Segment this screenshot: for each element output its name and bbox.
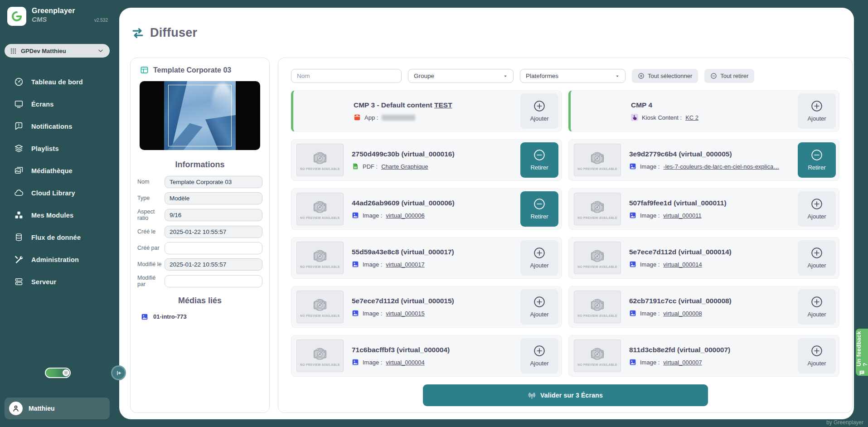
- item-meta-link[interactable]: Charte Graphique: [381, 163, 428, 170]
- field-input-type[interactable]: [165, 192, 262, 204]
- field-input-nom[interactable]: [165, 176, 262, 188]
- item-meta-link[interactable]: KC 2: [685, 114, 698, 121]
- item-title: CMP 4: [631, 101, 798, 109]
- greenplayer-logo-icon: [7, 7, 26, 26]
- ajouter-button[interactable]: Ajouter: [520, 240, 558, 276]
- item-meta-link[interactable]: virtual_000014: [663, 261, 702, 268]
- user-menu[interactable]: Matthieu: [5, 398, 110, 419]
- item-meta-link[interactable]: virtual_000007: [663, 359, 702, 366]
- retirer-button[interactable]: Retirer: [520, 142, 558, 178]
- content-item-row: CMP 3 - Default content TESTApp :Ajouter: [291, 90, 562, 132]
- item-meta: Image :virtual_000011: [629, 212, 798, 219]
- no-preview-label: NO PREVIEW AVAILABLE: [300, 363, 339, 366]
- content-panel: Groupe Plateformes Tout sélectionner Tou…: [278, 58, 853, 413]
- ajouter-button[interactable]: Ajouter: [798, 93, 836, 129]
- sidebar-item-tableau-de-bord[interactable]: Tableau de bord: [0, 71, 114, 93]
- item-meta-link[interactable]: virtual_000004: [386, 359, 424, 366]
- sidebar-item-notifications[interactable]: Notifications: [0, 115, 114, 137]
- select-all-button[interactable]: Tout sélectionner: [632, 69, 698, 83]
- group-select[interactable]: Groupe: [408, 69, 514, 83]
- chevron-down-icon: [502, 73, 509, 79]
- item-meta: App :: [354, 114, 520, 121]
- validate-label: Valider sur 3 Écrans: [540, 392, 603, 399]
- collapse-arrow-icon: [116, 370, 122, 376]
- name-filter-input[interactable]: [291, 69, 402, 83]
- no-preview-label: NO PREVIEW AVAILABLE: [300, 314, 339, 317]
- ajouter-button[interactable]: Ajouter: [520, 93, 558, 129]
- toggle-knob: [63, 369, 69, 376]
- no-preview-label: NO PREVIEW AVAILABLE: [577, 363, 617, 366]
- plus-circle-icon: [811, 247, 823, 259]
- collapse-sidebar-button[interactable]: [111, 365, 126, 380]
- sidebar-item-mediatheque[interactable]: Médiathèque: [0, 160, 114, 182]
- field-input-modifie-par[interactable]: [165, 275, 262, 287]
- retirer-button[interactable]: Retirer: [798, 142, 836, 178]
- item-body: 5e7ece7d112d (virtual_000014)Image :virt…: [629, 248, 798, 268]
- image-icon: [629, 261, 636, 268]
- field-input-aspect-ratio[interactable]: [165, 209, 262, 221]
- ajouter-button[interactable]: Ajouter: [798, 191, 836, 227]
- group-select-label: Groupe: [414, 73, 434, 79]
- field-label-cree-le: Créé le: [137, 228, 165, 235]
- camera-off-icon: [587, 345, 608, 363]
- dataflow-icon: [14, 233, 24, 242]
- ajouter-button[interactable]: Ajouter: [520, 338, 558, 374]
- chat-icon: [859, 370, 865, 376]
- remove-all-label: Tout retirer: [720, 73, 748, 79]
- item-meta-label: Image :: [363, 359, 382, 366]
- item-meta-link[interactable]: -les-7-couleurs-de-larc-en-ciel-nos-expl…: [663, 163, 779, 170]
- field-input-modifie-le[interactable]: [165, 258, 262, 271]
- ajouter-button[interactable]: Ajouter: [520, 289, 558, 325]
- content-item-row: NO PREVIEW AVAILABLE811d3cb8e2fd (virtua…: [568, 335, 839, 377]
- ajouter-button[interactable]: Ajouter: [798, 240, 836, 276]
- sidebar-item-administration[interactable]: Administration: [0, 248, 114, 271]
- item-title-text: CMP 3 - Default content: [354, 101, 434, 109]
- field-input-cree-le[interactable]: [165, 226, 262, 238]
- retirer-button[interactable]: Retirer: [520, 191, 558, 227]
- platforms-select[interactable]: Plateformes: [520, 69, 626, 83]
- no-preview-thumbnail: NO PREVIEW AVAILABLE: [296, 242, 344, 274]
- sidebar-item-cloud-library[interactable]: Cloud Library: [0, 182, 114, 204]
- validate-button[interactable]: Valider sur 3 Écrans: [423, 384, 708, 406]
- item-meta-link[interactable]: virtual_000017: [386, 261, 424, 268]
- sidebar-item-mes-modules[interactable]: Mes Modules: [0, 204, 114, 226]
- no-preview-thumbnail: NO PREVIEW AVAILABLE: [574, 340, 621, 372]
- ajouter-button[interactable]: Ajouter: [798, 338, 836, 374]
- action-label: Retirer: [530, 164, 548, 171]
- sidebar-item-serveur[interactable]: Serveur: [0, 271, 114, 293]
- plus-circle-icon: [533, 100, 545, 112]
- plus-circle-icon: [811, 198, 823, 210]
- item-body: 44ad26ab9609 (virtual_000006)Image :virt…: [352, 199, 520, 219]
- sidebar-item-flux-de-donnee[interactable]: Flux de donnée: [0, 226, 114, 248]
- camera-off-icon: [587, 199, 608, 216]
- sidebar-item-playlists[interactable]: Playlists: [0, 137, 114, 160]
- item-meta: PDF :Charte Graphique: [352, 163, 520, 170]
- item-title: 55d59a43e8c8 (virtual_000017): [352, 248, 520, 256]
- item-meta-label: Image :: [640, 359, 659, 366]
- no-preview-label: NO PREVIEW AVAILABLE: [577, 314, 617, 317]
- item-meta-link[interactable]: virtual_000008: [663, 310, 702, 317]
- workspace-selector[interactable]: GPDev Matthieu: [5, 44, 110, 58]
- item-title-link[interactable]: TEST: [434, 101, 452, 109]
- field-input-cree-par[interactable]: [165, 242, 262, 254]
- action-label: Ajouter: [807, 360, 826, 367]
- sidebar-item-label: Écrans: [31, 101, 54, 108]
- ajouter-button[interactable]: Ajouter: [798, 289, 836, 325]
- item-body: CMP 4Kiosk Content :KC 2: [631, 101, 798, 121]
- item-meta: Image :virtual_000017: [352, 261, 520, 268]
- field-row-cree-le: Créé le: [137, 226, 262, 238]
- linked-media-item[interactable]: 01-intro-773: [141, 313, 269, 320]
- remove-all-button[interactable]: Tout retirer: [704, 69, 754, 83]
- no-preview-thumbnail: NO PREVIEW AVAILABLE: [574, 291, 621, 323]
- item-meta-link[interactable]: virtual_000015: [386, 310, 424, 317]
- item-meta-link[interactable]: virtual_000011: [663, 212, 701, 219]
- field-label-cree-par: Créé par: [137, 245, 165, 251]
- feedback-tab[interactable]: Un feedback ?: [856, 329, 868, 376]
- sidebar-item-ecrans[interactable]: Écrans: [0, 93, 114, 115]
- item-meta-label: Image :: [363, 261, 382, 268]
- item-meta-link[interactable]: virtual_000006: [386, 212, 424, 219]
- image-icon: [352, 359, 359, 366]
- chevron-down-icon: [614, 73, 621, 79]
- theme-toggle[interactable]: [45, 368, 71, 378]
- content-grid: CMP 3 - Default content TESTApp :Ajouter…: [291, 90, 839, 377]
